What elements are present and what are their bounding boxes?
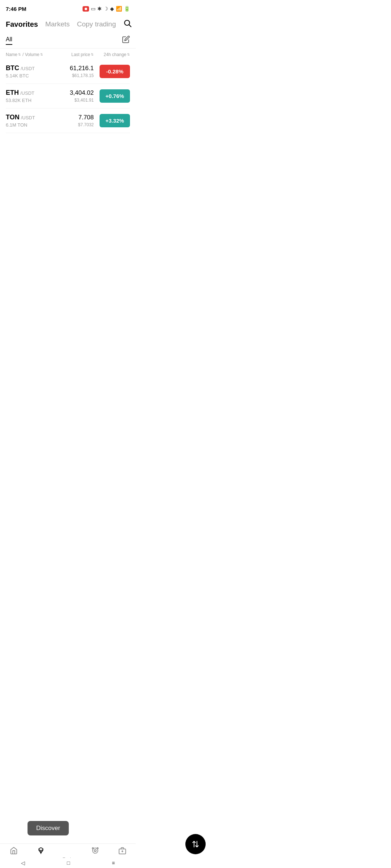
- nav-tab-copy-trading[interactable]: Copy trading: [77, 20, 116, 28]
- nav-tab-favorites[interactable]: Favorites: [6, 20, 38, 29]
- edit-button[interactable]: [122, 35, 130, 45]
- status-icons: ⏺ ▭ ✱ ☽ ◆ 📶 🔋: [83, 6, 130, 12]
- asset-change-col-ton: +3.32%: [94, 114, 130, 127]
- svg-line-1: [129, 25, 131, 27]
- svg-point-2: [94, 850, 96, 852]
- asset-ticker-btc: BTC: [6, 64, 19, 72]
- asset-price-main-ton: 7.708: [54, 114, 94, 121]
- asset-volume-ton: 6.1M TON: [6, 122, 54, 128]
- asset-ticker-eth: ETH: [6, 89, 19, 97]
- asset-list: BTC /USDT 5.14K BTC 61,216.1 $61,178.15 …: [0, 59, 136, 133]
- col-24h-change[interactable]: 24h change ⇅: [94, 52, 130, 57]
- home-icon: [10, 847, 18, 857]
- status-time: 7:46 PM: [6, 6, 26, 12]
- status-bar: 7:46 PM ⏺ ▭ ✱ ☽ ◆ 📶 🔋: [0, 0, 136, 16]
- video-icon: ▭: [91, 6, 96, 12]
- asset-pair-btc: /USDT: [21, 66, 35, 71]
- col-name[interactable]: Name ⇅ / Volume ⇅: [6, 52, 54, 57]
- bluetooth-icon: ✱: [97, 6, 102, 12]
- filter-row: All: [0, 34, 136, 48]
- nav-tab-markets[interactable]: Markets: [45, 20, 70, 28]
- asset-row-eth[interactable]: ETH /USDT 53.82K ETH 3,404.02 $3,401.91 …: [6, 84, 130, 109]
- asset-pair-ton: /USDT: [21, 115, 35, 120]
- asset-info-ton: TON /USDT 6.1M TON: [6, 114, 54, 128]
- asset-price-main-btc: 61,216.1: [54, 65, 94, 72]
- location-icon: ◆: [110, 6, 114, 12]
- filter-all[interactable]: All: [6, 36, 12, 45]
- battery-icon: 🔋: [124, 6, 130, 12]
- svg-point-4: [97, 848, 98, 849]
- home-button[interactable]: □: [67, 860, 70, 866]
- change-badge-ton: +3.32%: [100, 114, 130, 127]
- asset-price-col-btc: 61,216.1 $61,178.15: [54, 65, 94, 78]
- asset-ticker-ton: TON: [6, 114, 20, 121]
- asset-row-ton[interactable]: TON /USDT 6.1M TON 7.708 $7.7032 +3.32%: [6, 109, 130, 133]
- price-sort-icon: ⇅: [91, 53, 94, 56]
- change-badge-eth: +0.76%: [100, 89, 130, 103]
- menu-button[interactable]: ≡: [112, 860, 115, 866]
- rec-icon: ⏺: [83, 6, 89, 12]
- name-sort-icon: ⇅: [18, 53, 21, 56]
- wifi-icon: 📶: [116, 6, 122, 12]
- col-last-price[interactable]: Last price ⇅: [54, 52, 94, 57]
- asset-price-main-eth: 3,404.02: [54, 89, 94, 97]
- asset-price-usd-ton: $7.7032: [54, 122, 94, 127]
- asset-price-usd-btc: $61,178.15: [54, 73, 94, 78]
- asset-change-col-btc: -0.28%: [94, 65, 130, 78]
- asset-volume-btc: 5.14K BTC: [6, 73, 54, 78]
- asset-volume-eth: 53.82K ETH: [6, 98, 54, 103]
- search-button[interactable]: [123, 19, 132, 30]
- asset-price-col-eth: 3,404.02 $3,401.91: [54, 89, 94, 103]
- asset-info-eth: ETH /USDT 53.82K ETH: [6, 89, 54, 103]
- asset-change-col-eth: +0.76%: [94, 89, 130, 103]
- asset-price-usd-eth: $3,401.91: [54, 98, 94, 103]
- moon-icon: ☽: [104, 6, 108, 12]
- android-nav: ◁ □ ≡: [0, 858, 136, 868]
- back-button[interactable]: ◁: [21, 860, 25, 866]
- grow-icon: [91, 847, 99, 857]
- volume-sort-icon: ⇅: [40, 53, 43, 56]
- asset-pair-eth: /USDT: [20, 90, 34, 96]
- change-sort-icon: ⇅: [127, 53, 130, 56]
- discover-icon: [37, 847, 45, 857]
- discover-tooltip: Discover: [28, 821, 69, 835]
- asset-price-col-ton: 7.708 $7.7032: [54, 114, 94, 127]
- svg-point-5: [92, 848, 93, 849]
- asset-row-btc[interactable]: BTC /USDT 5.14K BTC 61,216.1 $61,178.15 …: [6, 59, 130, 84]
- assets-icon: [118, 847, 126, 857]
- asset-info-btc: BTC /USDT 5.14K BTC: [6, 64, 54, 78]
- change-badge-btc: -0.28%: [100, 65, 130, 78]
- table-header: Name ⇅ / Volume ⇅ Last price ⇅ 24h chang…: [0, 48, 136, 59]
- top-nav: Favorites Markets Copy trading: [0, 16, 136, 34]
